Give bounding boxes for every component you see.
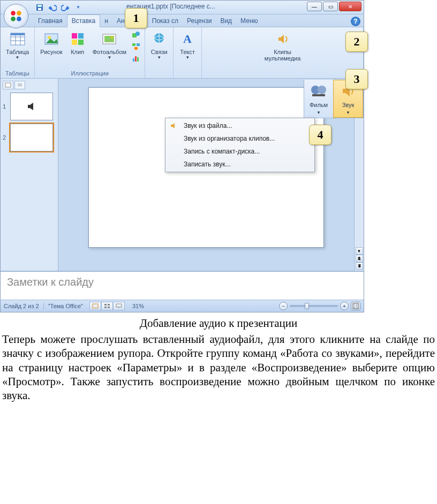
svg-rect-28 (135, 56, 137, 62)
chevron-down-icon: ▼ (16, 55, 20, 60)
maximize-button[interactable]: ▭ (323, 2, 338, 11)
zoom-slider[interactable] (290, 305, 338, 307)
film-button[interactable]: Фильм ▼ (304, 80, 333, 118)
notes-placeholder: Заметки к слайду (7, 276, 94, 288)
tab-review[interactable]: Рецензи (183, 15, 216, 27)
office-button[interactable] (4, 4, 28, 28)
dd-item-label: Запись с компакт-диска... (184, 148, 260, 155)
dd-sound-from-file[interactable]: Звук из файла... (165, 119, 314, 132)
callout-2: 2 (345, 32, 368, 52)
body-paragraph: Теперь можете прослушать вставленный ауд… (0, 332, 437, 407)
mediaclips-button[interactable]: Клипы мультимедиа (262, 29, 303, 63)
shapes-icon (132, 30, 140, 39)
normal-view-button[interactable] (89, 302, 101, 310)
svg-rect-17 (72, 40, 77, 45)
thumb-1[interactable]: 1 (3, 93, 56, 120)
mediaclips-label: Клипы мультимедиа (265, 49, 301, 62)
sorter-view-button[interactable] (101, 302, 113, 310)
slides-tab-icon (5, 82, 11, 88)
redo-button[interactable] (59, 2, 71, 13)
tab-insert[interactable]: Вставка (67, 14, 101, 27)
text-button[interactable]: A Текст ▼ (177, 29, 198, 61)
scroll-down-button[interactable]: ▼ (356, 247, 363, 255)
save-button[interactable] (34, 2, 46, 13)
callout-1: 1 (125, 8, 147, 28)
photoalbum-button[interactable]: Фотоальбом ▼ (91, 29, 129, 61)
tab-slideshow[interactable]: Показ сл (148, 15, 183, 27)
chart-button[interactable] (131, 53, 141, 64)
help-button[interactable]: ? (351, 17, 360, 26)
table-button[interactable]: Таблица ▼ (4, 29, 31, 61)
picture-label: Рисунок (40, 49, 63, 55)
table-icon (10, 31, 26, 47)
close-button[interactable]: ✕ (339, 2, 361, 11)
svg-rect-41 (108, 304, 110, 306)
prev-slide-button[interactable]: ⯭ (356, 255, 363, 262)
slide-thumbnails-pane: 1 2 (1, 79, 58, 271)
speaker-small-icon (170, 122, 177, 129)
powerpoint-window: ▼ ентация1.pptx [Последнее с... — ▭ ✕ Гл… (0, 0, 364, 312)
office-logo-icon (9, 9, 23, 23)
tab-home[interactable]: Главная (34, 15, 67, 27)
shapes-button[interactable] (131, 29, 141, 40)
text-label: Текст (180, 49, 195, 55)
picture-icon (43, 31, 59, 47)
svg-rect-29 (137, 57, 139, 62)
svg-rect-39 (93, 304, 98, 308)
svg-point-2 (11, 17, 16, 21)
fit-to-window-button[interactable] (351, 302, 360, 310)
zoom-out-button[interactable]: − (279, 302, 288, 310)
svg-rect-27 (133, 58, 134, 62)
chevron-down-icon: ▼ (157, 55, 161, 60)
qat-dropdown[interactable]: ▼ (72, 2, 84, 13)
speaker-thumb-icon (26, 101, 37, 112)
zoom-in-button[interactable]: + (340, 302, 349, 310)
status-slide: Слайд 2 из 2 (4, 303, 39, 309)
group-links: Связи ▼ (145, 27, 174, 78)
tab-view[interactable]: Вид (216, 15, 236, 27)
group-illustrations-label: Иллюстрации (38, 70, 141, 77)
group-media: Клипы мультимедиа (202, 27, 364, 78)
group-tables-label: Таблицы (4, 70, 31, 77)
dd-record-sound[interactable]: Записать звук... (165, 158, 314, 171)
links-button[interactable]: Связи ▼ (148, 29, 170, 61)
svg-rect-25 (137, 43, 140, 46)
svg-point-0 (11, 11, 16, 16)
slideshow-view-icon (116, 303, 122, 309)
svg-rect-40 (104, 304, 107, 306)
chevron-down-icon: ▼ (317, 110, 321, 115)
notes-pane[interactable]: Заметки к слайду (1, 271, 364, 300)
window-controls: — ▭ ✕ (307, 2, 361, 11)
dd-record-from-cd[interactable]: Запись с компакт-диска... (165, 145, 314, 158)
figure-caption: Добавление аудио к презентации (0, 317, 437, 330)
svg-rect-43 (108, 307, 110, 308)
photoalbum-icon (101, 31, 117, 47)
redo-icon (61, 3, 70, 12)
ribbon-tabs: Главная Вставка н Анимаци Показ сл Рецен… (1, 14, 364, 27)
sound-label: Звук (342, 102, 355, 108)
svg-rect-6 (38, 8, 41, 10)
clip-button[interactable]: Клип (67, 29, 88, 56)
undo-button[interactable] (47, 2, 58, 13)
svg-rect-44 (116, 304, 122, 307)
smartart-button[interactable] (131, 41, 141, 52)
thumb-tab-slides[interactable] (3, 81, 13, 89)
dd-item-label: Звук из организатора клипов... (184, 135, 275, 142)
zoom-slider-thumb[interactable] (305, 303, 309, 309)
status-bar: Слайд 2 из 2 "Тема Office" 31% − + (1, 300, 364, 312)
chevron-down-icon: ▼ (185, 55, 190, 60)
ribbon: Таблица ▼ Таблицы Рисунок Клип (1, 27, 364, 79)
thumb-tab-outline[interactable] (14, 81, 25, 89)
tab-menu[interactable]: Меню (236, 15, 262, 27)
tab-hidden[interactable]: н (100, 15, 112, 27)
dd-sound-from-organizer[interactable]: Звук из организатора клипов... (165, 132, 314, 145)
thumb-2[interactable]: 2 (3, 124, 56, 151)
clip-icon (70, 31, 86, 47)
picture-button[interactable]: Рисунок (38, 29, 65, 56)
minimize-button[interactable]: — (307, 2, 322, 11)
next-slide-button[interactable]: ⯯ (356, 262, 363, 270)
links-label: Связи (151, 49, 168, 55)
svg-rect-46 (353, 303, 358, 309)
slideshow-view-button[interactable] (113, 302, 125, 310)
svg-rect-18 (78, 40, 84, 45)
